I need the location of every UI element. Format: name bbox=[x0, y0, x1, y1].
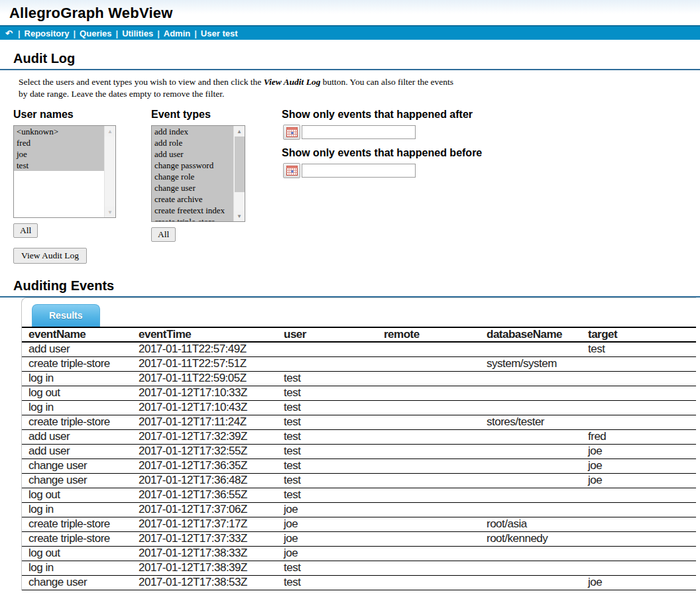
table-cell-user: test bbox=[277, 400, 377, 415]
nav-link[interactable]: Repository bbox=[25, 28, 70, 38]
table-cell-remote bbox=[377, 444, 480, 458]
table-cell-event-name: log in bbox=[22, 400, 132, 415]
table-row: change user 2017-01-12T17:38:53Z test jo… bbox=[22, 575, 696, 590]
calendar-button[interactable] bbox=[283, 163, 300, 178]
event-types-scrollbar[interactable]: ▲ ▼ bbox=[233, 126, 245, 221]
table-cell-target: joe bbox=[581, 458, 696, 473]
table-cell-event-time: 2017-01-12T17:36:48Z bbox=[132, 473, 277, 488]
table-cell-event-time: 2017-01-12T17:10:33Z bbox=[132, 386, 277, 400]
table-cell-target bbox=[581, 531, 696, 546]
table-cell-event-name: change user bbox=[22, 458, 132, 473]
listbox-option[interactable]: change user bbox=[152, 182, 233, 193]
table-cell-user: test bbox=[277, 429, 377, 444]
description-emphasis: View Audit Log bbox=[264, 77, 321, 87]
before-date-input[interactable] bbox=[302, 164, 416, 178]
table-cell-database-name bbox=[480, 342, 581, 356]
before-filter-label: Show only events that happened before bbox=[282, 147, 482, 159]
table-cell-remote bbox=[377, 371, 480, 386]
listbox-option[interactable]: fred bbox=[14, 137, 104, 148]
scroll-up-icon[interactable]: ▲ bbox=[234, 126, 245, 136]
table-cell-remote bbox=[377, 531, 480, 546]
nav-link[interactable]: Queries bbox=[80, 28, 111, 38]
table-row: log in 2017-01-12T17:38:39Z test bbox=[22, 561, 696, 575]
table-row: create triple-store 2017-01-11T22:57:51Z… bbox=[22, 356, 696, 371]
table-cell-database-name bbox=[480, 458, 581, 473]
table-cell-event-time: 2017-01-12T17:11:24Z bbox=[132, 415, 277, 429]
listbox-option[interactable]: test bbox=[14, 160, 104, 171]
listbox-option[interactable]: add role bbox=[152, 137, 233, 148]
nav-separator: | bbox=[157, 28, 160, 38]
listbox-option[interactable]: joe bbox=[14, 148, 104, 160]
table-cell-user: joe bbox=[277, 517, 377, 531]
table-cell-remote bbox=[377, 400, 480, 415]
table-cell-database-name: stores/tester bbox=[480, 415, 581, 429]
listbox-option[interactable]: change role bbox=[152, 171, 233, 182]
table-cell-database-name bbox=[480, 546, 581, 561]
view-audit-log-button[interactable]: View Audit Log bbox=[13, 248, 87, 264]
table-cell-remote bbox=[377, 386, 480, 400]
table-cell-event-time: 2017-01-12T17:36:35Z bbox=[132, 458, 277, 473]
table-cell-user: test bbox=[277, 371, 377, 386]
table-header-cell: user bbox=[277, 327, 377, 342]
table-cell-remote bbox=[377, 342, 480, 356]
table-cell-remote bbox=[377, 561, 480, 575]
table-cell-user: joe bbox=[277, 502, 377, 517]
table-cell-target bbox=[581, 488, 696, 502]
table-cell-event-name: add user bbox=[22, 429, 132, 444]
table-cell-target bbox=[581, 561, 696, 575]
user-names-all-button[interactable]: All bbox=[13, 223, 38, 238]
scrollbar-thumb[interactable] bbox=[235, 136, 245, 192]
table-cell-user: test bbox=[277, 458, 377, 473]
table-cell-user: test bbox=[277, 386, 377, 400]
table-cell-user bbox=[277, 342, 377, 356]
nav-separator: | bbox=[73, 28, 76, 38]
user-names-listbox[interactable]: <unknown>fredjoetest ▲ ▼ bbox=[13, 125, 116, 218]
scroll-down-icon[interactable]: ▼ bbox=[234, 211, 245, 221]
listbox-option[interactable]: add user bbox=[152, 148, 233, 160]
calendar-button[interactable] bbox=[283, 125, 300, 140]
tab-results[interactable]: Results bbox=[32, 304, 100, 327]
scroll-up-icon[interactable]: ▲ bbox=[105, 126, 115, 136]
table-cell-database-name bbox=[480, 371, 581, 386]
table-cell-remote bbox=[377, 458, 480, 473]
table-cell-database-name bbox=[480, 400, 581, 415]
back-arrow-icon[interactable]: ↶ bbox=[5, 28, 13, 38]
table-cell-user: test bbox=[277, 575, 377, 590]
listbox-option[interactable]: <unknown> bbox=[14, 126, 104, 137]
event-types-listbox[interactable]: add indexadd roleadd userchange password… bbox=[151, 125, 245, 222]
event-types-all-button[interactable]: All bbox=[151, 227, 176, 242]
listbox-option[interactable]: create triple-store bbox=[152, 216, 233, 222]
table-cell-database-name bbox=[480, 488, 581, 502]
listbox-option[interactable]: create freetext index bbox=[152, 205, 233, 216]
table-cell-target bbox=[581, 517, 696, 531]
nav-link[interactable]: Admin bbox=[164, 28, 190, 38]
table-cell-event-name: create triple-store bbox=[22, 415, 132, 429]
calendar-icon bbox=[286, 127, 298, 137]
nav-link[interactable]: Utilities bbox=[122, 28, 153, 38]
nav-items: | Repository | Queries | Utilities | Adm… bbox=[14, 28, 238, 38]
table-cell-user: joe bbox=[277, 546, 377, 561]
listbox-option[interactable]: change password bbox=[152, 160, 233, 171]
table-cell-database-name bbox=[480, 473, 581, 488]
nav-link[interactable]: User test bbox=[201, 28, 238, 38]
table-cell-database-name: system/system bbox=[480, 356, 581, 371]
table-cell-remote bbox=[377, 546, 480, 561]
listbox-option[interactable]: add index bbox=[152, 126, 233, 137]
scroll-down-icon[interactable]: ▼ bbox=[105, 207, 115, 217]
table-cell-database-name bbox=[480, 429, 581, 444]
user-names-label: User names bbox=[13, 109, 151, 121]
filters-section: User names <unknown>fredjoetest ▲ ▼ All … bbox=[13, 109, 700, 264]
user-names-scrollbar[interactable]: ▲ ▼ bbox=[104, 126, 115, 217]
table-cell-target: fred bbox=[581, 429, 696, 444]
table-cell-event-name: change user bbox=[22, 473, 132, 488]
table-cell-event-time: 2017-01-11T22:59:05Z bbox=[132, 371, 277, 386]
results-container: Results eventNameeventTimeuserremotedata… bbox=[21, 297, 696, 590]
table-row: change user 2017-01-12T17:36:35Z test jo… bbox=[22, 458, 696, 473]
table-cell-database-name: root/kennedy bbox=[480, 531, 581, 546]
table-row: change user 2017-01-12T17:36:48Z test jo… bbox=[22, 473, 696, 488]
nav-separator: | bbox=[18, 28, 21, 38]
after-date-input[interactable] bbox=[302, 125, 416, 139]
event-types-column: Event types add indexadd roleadd usercha… bbox=[151, 109, 282, 264]
listbox-option[interactable]: create archive bbox=[152, 193, 233, 205]
nav-item: | Admin bbox=[153, 28, 190, 38]
